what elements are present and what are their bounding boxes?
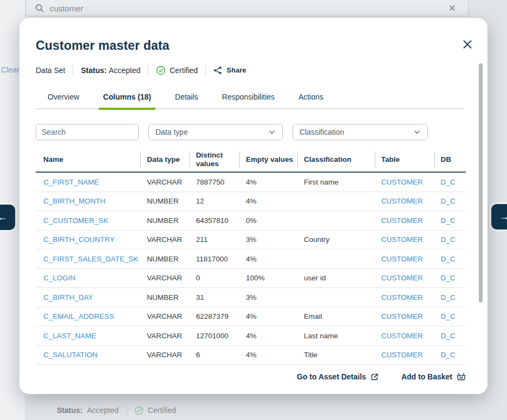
asset-meta-row: Data Set Status: Accepted Certified Shar… [36, 65, 487, 75]
dialog-footer: Go to Asset Details Add to Basket [36, 372, 466, 381]
table-link[interactable]: CUSTOMER [375, 178, 434, 186]
column-name-link[interactable]: C_FIRST_SALES_DATE_SK [36, 255, 140, 263]
share-button[interactable]: Share [213, 66, 246, 75]
search-icon [35, 3, 44, 13]
data-type-dropdown-label: Data type [155, 128, 188, 136]
arrow-left-icon: ← [0, 212, 8, 223]
share-icon [213, 66, 222, 75]
status-value: Accepted [87, 406, 118, 415]
table-row: C_FIRST_SALES_DATE_SK NUMBER 11817000 4%… [36, 250, 466, 269]
table-link[interactable]: CUSTOMER [375, 293, 434, 301]
tab-bar: Overview Columns (18) Details Responsibi… [36, 89, 464, 109]
add-to-basket-button[interactable]: Add to Basket [401, 372, 466, 381]
column-name-link[interactable]: C_BIRTH_DAY [36, 293, 140, 301]
db-link[interactable]: D_C [434, 235, 466, 244]
column-name-link[interactable]: C_CUSTOMER_SK [36, 216, 140, 225]
db-link[interactable]: D_C [434, 274, 466, 282]
db-link[interactable]: D_C [434, 332, 466, 340]
column-name-link[interactable]: C_BIRTH_MONTH [36, 197, 140, 205]
column-name-link[interactable]: C_LOGIN [36, 274, 140, 282]
asset-preview-dialog: Customer master data Data Set Status: Ac… [20, 18, 487, 394]
data-type-dropdown[interactable]: Data type [148, 124, 283, 140]
status-label: Status: [57, 406, 82, 415]
external-link-icon [370, 373, 379, 381]
tab-columns[interactable]: Columns (18) [101, 89, 153, 108]
column-filters: Data type Classification [36, 124, 487, 140]
global-search-bar[interactable]: ✕ [25, 0, 469, 16]
column-header-data-type: Data type [140, 148, 189, 172]
background-asset-status: Status: Accepted Certified [57, 405, 176, 415]
table-row: C_BIRTH_DAY NUMBER 31 3% CUSTOMER D_C [36, 288, 466, 307]
table-link[interactable]: CUSTOMER [375, 216, 434, 225]
table-row: C_LOGIN VARCHAR 0 100% user id CUSTOMER … [36, 269, 466, 288]
table-link[interactable]: CUSTOMER [375, 332, 434, 340]
column-header-name: Name [36, 148, 140, 172]
db-link[interactable]: D_C [434, 197, 466, 205]
table-link[interactable]: CUSTOMER [375, 235, 434, 244]
tab-overview[interactable]: Overview [46, 89, 81, 108]
go-to-asset-details-label: Go to Asset Details [297, 372, 366, 381]
arrow-right-icon: → [499, 211, 507, 222]
columns-search-input[interactable] [36, 124, 139, 140]
column-name-link[interactable]: C_LAST_NAME [36, 332, 140, 340]
db-link[interactable]: D_C [434, 312, 466, 320]
divider [148, 65, 148, 75]
tab-responsibilities[interactable]: Responsibilities [220, 89, 277, 108]
scrollbar-thumb[interactable] [479, 63, 483, 303]
certified-check-icon [156, 65, 166, 75]
column-name-link[interactable]: C_FIRST_NAME [36, 178, 140, 186]
columns-table: Name Data type Distinct values Empty val… [36, 148, 466, 365]
tab-actions[interactable]: Actions [296, 89, 326, 108]
table-link[interactable]: CUSTOMER [375, 255, 434, 263]
chevron-down-icon [413, 128, 421, 136]
column-name-link[interactable]: C_BIRTH_COUNTRY [36, 235, 140, 244]
table-header-row: Name Data type Distinct values Empty val… [36, 148, 466, 173]
table-link[interactable]: CUSTOMER [375, 197, 434, 205]
go-to-asset-details-button[interactable]: Go to Asset Details [297, 372, 379, 381]
table-row: C_FIRST_NAME VARCHAR 7887750 4% First na… [36, 173, 466, 192]
db-link[interactable]: D_C [434, 216, 466, 225]
carousel-prev-button[interactable]: ← [0, 205, 15, 230]
clear-filters-link[interactable]: Clear [1, 65, 19, 74]
status-label: Status: [81, 66, 106, 75]
table-row: C_BIRTH_COUNTRY VARCHAR 211 3% Country C… [36, 231, 466, 250]
table-row: C_LAST_NAME VARCHAR 12701000 4% Last nam… [36, 326, 466, 346]
db-link[interactable]: D_C [434, 351, 466, 359]
classification-dropdown[interactable]: Classification [292, 124, 428, 140]
column-name-link[interactable]: C_EMAIL_ADDRESS [36, 312, 140, 320]
table-link[interactable]: CUSTOMER [375, 274, 434, 282]
status-value: Accepted [109, 66, 140, 75]
asset-kind: Data Set [36, 66, 65, 75]
table-row: C_SALUTATION VARCHAR 6 4% Title CUSTOMER… [36, 346, 466, 365]
global-search-input[interactable] [50, 4, 448, 13]
column-header-table: Table [375, 148, 434, 172]
certified-label: Certified [170, 66, 198, 75]
share-label: Share [226, 66, 246, 74]
divider [73, 65, 73, 75]
basket-icon [457, 372, 466, 381]
classification-dropdown-label: Classification [300, 128, 344, 136]
column-header-empty-values: Empty values [239, 148, 297, 172]
page-title: Customer master data [36, 38, 487, 53]
column-header-classification: Classification [297, 148, 375, 172]
close-icon[interactable] [463, 40, 473, 50]
tab-details[interactable]: Details [173, 89, 200, 108]
db-link[interactable]: D_C [434, 255, 466, 263]
certified-badge: Certified [156, 65, 198, 75]
db-link[interactable]: D_C [434, 293, 466, 301]
divider [126, 405, 127, 415]
table-row: C_CUSTOMER_SK NUMBER 64357810 0% CUSTOME… [36, 211, 466, 231]
add-to-basket-label: Add to Basket [401, 372, 452, 381]
table-row: C_BIRTH_MONTH NUMBER 12 4% CUSTOMER D_C [36, 192, 466, 212]
column-name-link[interactable]: C_SALUTATION [36, 351, 140, 359]
db-link[interactable]: D_C [434, 178, 466, 186]
carousel-next-button[interactable]: → [491, 204, 507, 229]
table-link[interactable]: CUSTOMER [375, 351, 434, 359]
table-link[interactable]: CUSTOMER [375, 312, 434, 320]
chevron-down-icon [268, 128, 276, 136]
certified-badge-icon [134, 406, 144, 415]
clear-search-icon[interactable]: ✕ [448, 4, 460, 13]
table-row: C_EMAIL_ADDRESS VARCHAR 62287379 4% Emai… [36, 307, 466, 327]
column-header-db: DB [434, 148, 466, 172]
column-header-distinct-values: Distinct values [190, 148, 239, 172]
